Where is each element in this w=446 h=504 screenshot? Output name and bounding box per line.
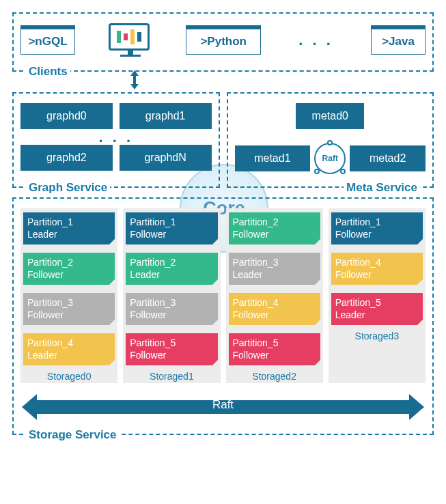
partition-block: Partition_5 Follower [229, 333, 320, 365]
storaged-label: Storaged2 [229, 371, 320, 382]
storage-columns: Partition_1 LeaderPartition_2 FollowerPa… [20, 208, 426, 383]
partition-block: Partition_5 Leader [331, 293, 423, 325]
dashboard-icon [109, 23, 152, 57]
graph-service-panel: graphd0 graphd1 . . . graphd2 graphdN Gr… [12, 92, 220, 188]
storage-service-label: Storage Service [26, 428, 120, 442]
graphd-node: graphd0 [20, 103, 113, 129]
storaged-label: Storaged3 [331, 331, 423, 341]
graph-service-label: Graph Service [26, 181, 110, 195]
metad-node: metad2 [350, 145, 426, 171]
partition-block: Partition_2 Follower [229, 212, 320, 244]
raft-arrow-label: Raft [22, 398, 424, 412]
partition-block: Partition_2 Follower [23, 253, 115, 285]
storaged-label: Storaged0 [23, 371, 115, 382]
clients-label: Clients [26, 65, 70, 79]
raft-ring-icon: Raft [314, 143, 346, 174]
client-java: >Java [371, 25, 426, 55]
clients-panel: >nGQL >Python . . . >Java Clients [12, 12, 434, 72]
partition-block: Partition_2 Leader [126, 253, 217, 285]
client-ngql: >nGQL [20, 25, 75, 55]
storage-column: Partition_1 FollowerPartition_4 Follower… [329, 208, 426, 383]
raft-ring-label: Raft [322, 154, 338, 163]
raft-replication-arrow: Raft [22, 394, 424, 420]
meta-service-panel: metad0 metad1 Raft metad2 Meta Service [227, 92, 434, 188]
partition-block: Partition_1 Follower [126, 212, 217, 244]
storaged-label: Storaged1 [126, 371, 217, 382]
partition-block: Partition_5 Follower [126, 333, 217, 365]
bidir-arrow-icon [12, 70, 434, 94]
storage-column: Partition_1 LeaderPartition_2 FollowerPa… [20, 208, 117, 383]
storage-service-panel: Partition_1 LeaderPartition_2 FollowerPa… [12, 197, 434, 435]
graphd-node: graphd1 [120, 103, 212, 129]
metad-node: metad0 [296, 103, 364, 129]
storage-column: Partition_1 FollowerPartition_2 LeaderPa… [123, 208, 220, 383]
storage-column: Partition_2 FollowerPartition_3 LeaderPa… [226, 208, 323, 383]
partition-block: Partition_3 Follower [23, 293, 115, 325]
graphd-node: graphd2 [20, 145, 113, 171]
ellipsis: . . . [294, 36, 337, 44]
partition-block: Partition_3 Follower [126, 293, 217, 325]
graphd-node: graphdN [120, 145, 212, 171]
ellipsis: . . . [20, 129, 212, 145]
client-python: >Python [186, 25, 261, 55]
partition-block: Partition_4 Leader [23, 333, 115, 365]
partition-block: Partition_4 Follower [229, 293, 320, 325]
partition-block: Partition_3 Leader [229, 253, 320, 285]
partition-block: Partition_4 Follower [331, 253, 423, 285]
metad-node: metad1 [235, 145, 311, 171]
partition-block: Partition_1 Follower [331, 212, 423, 244]
meta-service-label: Meta Service [344, 181, 420, 195]
partition-block: Partition_1 Leader [23, 212, 115, 244]
